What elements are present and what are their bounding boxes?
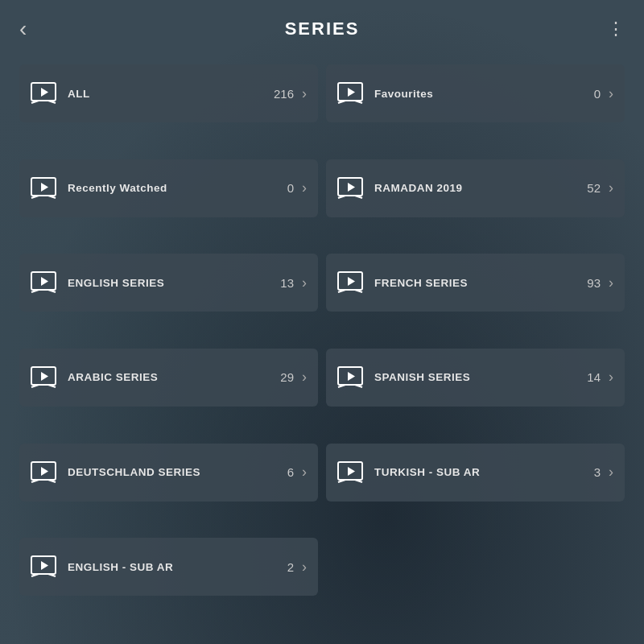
play-icon-spanish-series — [337, 365, 363, 390]
category-card-arabic-series[interactable]: ARABIC SERIES29› — [19, 349, 318, 407]
category-label-arabic-series: ARABIC SERIES — [68, 371, 275, 383]
svg-marker-39 — [348, 372, 355, 381]
chevron-icon-recently-watched: › — [302, 180, 307, 196]
svg-marker-19 — [348, 183, 355, 192]
category-card-spanish-series[interactable]: SPANISH SERIES14› — [326, 349, 625, 407]
svg-marker-44 — [41, 467, 48, 476]
back-button[interactable]: ‹ — [19, 16, 48, 42]
category-label-french-series: FRENCH SERIES — [374, 277, 581, 289]
chevron-icon-spanish-series: › — [609, 369, 613, 386]
category-count-all: 216 — [274, 87, 294, 101]
chevron-icon-english-sub-ar: › — [302, 559, 307, 576]
play-icon-english-sub-ar — [31, 554, 56, 580]
category-card-deutschland-series[interactable]: DEUTSCHLAND SERIES6› — [19, 444, 318, 502]
category-card-turkish-sub-ar[interactable]: TURKISH - SUB AR3› — [326, 444, 625, 502]
category-count-english-sub-ar: 2 — [275, 560, 294, 574]
category-card-english-sub-ar[interactable]: ENGLISH - SUB AR2› — [19, 538, 318, 596]
category-count-ramadan-2019: 52 — [581, 181, 601, 195]
header: ‹ SERIES ⋮ — [0, 0, 644, 58]
play-icon-all — [31, 80, 56, 106]
play-icon-arabic-series — [31, 365, 56, 390]
category-label-ramadan-2019: RAMADAN 2019 — [374, 182, 581, 194]
category-label-english-series: ENGLISH SERIES — [68, 277, 275, 289]
svg-marker-49 — [348, 467, 355, 476]
category-card-recently-watched[interactable]: Recently Watched0› — [19, 159, 318, 217]
category-label-all: ALL — [68, 88, 274, 100]
empty-cell — [326, 538, 625, 625]
category-card-all[interactable]: ALL216› — [19, 64, 318, 122]
category-card-favourites[interactable]: Favourites0› — [326, 64, 625, 122]
category-card-english-series[interactable]: ENGLISH SERIES13› — [19, 254, 318, 312]
chevron-icon-ramadan-2019: › — [609, 180, 613, 196]
play-icon-favourites — [337, 80, 363, 106]
svg-marker-54 — [41, 561, 48, 570]
categories-grid: ALL216› Favourites0› Recently Watched0› … — [0, 58, 644, 644]
chevron-icon-all: › — [302, 85, 307, 102]
category-label-favourites: Favourites — [374, 88, 581, 100]
category-label-deutschland-series: DEUTSCHLAND SERIES — [68, 466, 275, 478]
svg-marker-14 — [41, 183, 48, 192]
play-icon-deutschland-series — [31, 460, 56, 485]
category-count-english-series: 13 — [275, 276, 294, 290]
chevron-icon-arabic-series: › — [302, 369, 307, 386]
svg-marker-9 — [348, 88, 355, 97]
category-count-deutschland-series: 6 — [275, 465, 294, 479]
play-icon-french-series — [337, 270, 363, 295]
chevron-icon-deutschland-series: › — [302, 464, 307, 481]
play-icon-ramadan-2019 — [337, 175, 363, 201]
svg-marker-4 — [41, 88, 48, 97]
category-card-ramadan-2019[interactable]: RAMADAN 201952› — [326, 159, 625, 217]
play-icon-english-series — [31, 270, 56, 295]
category-label-turkish-sub-ar: TURKISH - SUB AR — [374, 466, 581, 478]
category-count-turkish-sub-ar: 3 — [581, 465, 601, 479]
play-icon-recently-watched — [31, 175, 56, 201]
category-count-arabic-series: 29 — [275, 370, 294, 384]
chevron-icon-english-series: › — [302, 275, 307, 291]
main-container: ‹ SERIES ⋮ ALL216› Favourites0› Recently — [0, 0, 644, 644]
page-title: SERIES — [48, 19, 596, 39]
menu-button[interactable]: ⋮ — [596, 19, 625, 39]
category-count-recently-watched: 0 — [275, 181, 294, 195]
svg-marker-24 — [41, 277, 48, 286]
chevron-icon-french-series: › — [609, 275, 613, 291]
category-card-french-series[interactable]: FRENCH SERIES93› — [326, 254, 625, 312]
chevron-icon-turkish-sub-ar: › — [609, 464, 613, 481]
play-icon-turkish-sub-ar — [337, 460, 363, 485]
category-label-english-sub-ar: ENGLISH - SUB AR — [68, 561, 275, 573]
category-count-spanish-series: 14 — [581, 370, 601, 384]
chevron-icon-favourites: › — [609, 85, 613, 102]
svg-marker-34 — [41, 372, 48, 381]
category-label-spanish-series: SPANISH SERIES — [374, 371, 581, 383]
category-count-favourites: 0 — [581, 87, 601, 101]
category-label-recently-watched: Recently Watched — [68, 182, 275, 194]
svg-marker-29 — [348, 277, 355, 286]
category-count-french-series: 93 — [581, 276, 601, 290]
